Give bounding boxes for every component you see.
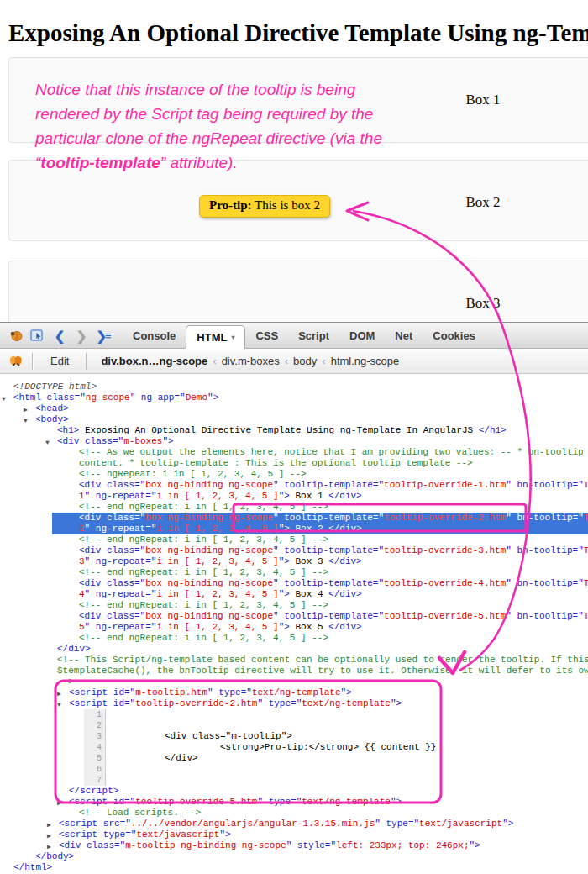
source-segment: This is box [584, 480, 588, 490]
template-code: <strong>Pro-tip:</strong> {{ content }} [109, 742, 436, 752]
source-row[interactable]: 1 [0, 709, 588, 720]
source-row[interactable]: ▶<script id="tooltip-override-5.htm" typ… [0, 797, 588, 808]
tab-net[interactable]: Net [385, 323, 423, 348]
source-row[interactable]: 3 <div class="m-tooltip"> [0, 731, 588, 742]
source-row[interactable]: 2" ng-repeat="i in [ 1, 2, 3, 4, 5 ]"> B… [52, 524, 588, 534]
source-row[interactable]: <div class="box ng-binding ng-scope" too… [0, 578, 588, 589]
source-row[interactable]: 6 [0, 764, 588, 775]
source-segment: <!-- This Script/ng-template based conte… [57, 655, 588, 665]
source-segment: <!-- ngRepeat: i in [ 1, 2, 3, 4, 5 ] --… [79, 469, 307, 479]
source-row[interactable]: ▶<div class="m-tooltip ng-binding ng-sco… [0, 840, 588, 851]
source-row[interactable]: <!-- end ngRepeat: i in [ 1, 2, 3, 4, 5 … [0, 633, 588, 644]
tab-html[interactable]: HTML▾ [186, 325, 245, 349]
expander-open-icon[interactable]: ▼ [45, 437, 50, 447]
source-row[interactable]: <!-- end ngRepeat: i in [ 1, 2, 3, 4, 5 … [0, 600, 588, 611]
tab-script[interactable]: Script [288, 323, 339, 348]
source-row[interactable]: <!-- As we output the elements here, not… [0, 447, 588, 458]
tab-strip: ConsoleHTML▾CSSScriptDOMNetCookies [123, 323, 486, 348]
panel-toggle-icon[interactable] [6, 351, 26, 371]
source-segment: <script id=" [69, 698, 135, 708]
source-row[interactable]: <!-- This Script/ng-template based conte… [0, 655, 588, 666]
source-segment: <script src=" [59, 819, 131, 829]
source-row[interactable]: <h1> Exposing An Optional Directive Temp… [0, 425, 588, 436]
source-segment: <!-- end ngRepeat: i in [ 1, 2, 3, 4, 5 … [79, 534, 328, 545]
line-number: 5 [84, 753, 106, 764]
edit-button[interactable]: Edit [39, 355, 81, 367]
command-line-icon[interactable]: ❯ ≡ [93, 325, 113, 345]
source-row[interactable]: <div class="box ng-binding ng-scope" too… [0, 480, 588, 491]
source-row[interactable]: <!-- end ngRepeat: i in [ 1, 2, 3, 4, 5 … [0, 567, 588, 578]
source-row[interactable]: <div class="box ng-binding ng-scope" too… [0, 545, 588, 556]
forward-icon[interactable]: ❯ [71, 325, 92, 345]
tab-cookies[interactable]: Cookies [423, 323, 486, 348]
source-row[interactable]: <!DOCTYPE html> [0, 382, 588, 392]
source-row[interactable]: ▼<html class="ng-scope" ng-app="Demo"> [0, 392, 588, 403]
back-icon[interactable]: ❮ [50, 325, 70, 345]
source-segment: Box 5 [290, 622, 328, 632]
expander-open-icon[interactable]: ▼ [57, 699, 61, 709]
tab-options-caret-icon[interactable]: ▾ [231, 334, 234, 341]
source-row[interactable]: </html> [0, 862, 588, 873]
expander-closed-icon[interactable]: ▶ [47, 830, 51, 840]
expander-closed-icon[interactable]: ▶ [57, 688, 61, 698]
source-row[interactable]: 7 [0, 775, 588, 786]
expander-open-icon[interactable]: ▼ [24, 415, 28, 425]
expander-closed-icon[interactable]: ▶ [47, 819, 51, 829]
source-segment: " ng-repeat=" [85, 556, 157, 566]
breadcrumb-item[interactable]: div.m-boxes [217, 355, 285, 367]
source-row[interactable]: content. * tooltip-template : This is th… [0, 458, 588, 469]
source-row[interactable]: 1" ng-repeat="i in [ 1, 2, 3, 4, 5 ]"> B… [0, 491, 588, 502]
breadcrumb-item[interactable]: html.ng-scope [326, 355, 405, 367]
source-segment: " tooltip-template=" [273, 611, 384, 621]
expander-closed-icon[interactable]: ▶ [57, 798, 61, 808]
source-segment: </html> [13, 862, 52, 872]
source-segment: 1 [79, 491, 85, 501]
tab-dom[interactable]: DOM [339, 323, 385, 348]
breadcrumb-item[interactable]: body [288, 355, 322, 367]
expander-closed-icon[interactable]: ▶ [47, 841, 51, 851]
source-segment: This is box [584, 578, 588, 588]
source-row[interactable]: 4" ng-repeat="i in [ 1, 2, 3, 4, 5 ]"> B… [0, 589, 588, 600]
source-row[interactable]: </div> [0, 644, 588, 655]
source-row[interactable]: ▼<script id="tooltip-override-2.htm" typ… [0, 698, 588, 709]
source-segment: " ng-repeat=" [85, 524, 157, 534]
source-segment: " type=" [257, 698, 302, 708]
source-row[interactable]: 5 </div> [0, 753, 588, 764]
source-segment: <!-- end ngRepeat: i in [ 1, 2, 3, 4, 5 … [79, 633, 328, 643]
breadcrumb-item[interactable]: div.box.n…ng-scope [92, 355, 213, 367]
source-row[interactable]: $templateCache(), the bnTooltip directiv… [0, 666, 588, 677]
line-number: 4 [84, 742, 106, 753]
source-row[interactable]: <div class="box ng-binding ng-scope" too… [0, 611, 588, 622]
source-segment: "> [391, 698, 402, 708]
tab-console[interactable]: Console [123, 323, 186, 348]
tab-css[interactable]: CSS [245, 323, 288, 348]
source-row[interactable]: ▶<head> [0, 403, 588, 414]
source-row[interactable]: <!-- Load scripts. --> [0, 808, 588, 819]
source-row[interactable]: ▶<script src="../../vendor/angularjs/ang… [0, 819, 588, 829]
source-row[interactable]: ▼<body> [0, 414, 588, 425]
source-row[interactable]: <!-- end ngRepeat: i in [ 1, 2, 3, 4, 5 … [0, 534, 588, 545]
source-row[interactable]: ▶<script id="m-tooltip.htm" type="text/n… [0, 687, 588, 698]
source-row[interactable]: 5" ng-repeat="i in [ 1, 2, 3, 4, 5 ]"> B… [0, 622, 588, 633]
source-row[interactable]: --> [0, 677, 588, 687]
source-segment: " tooltip-template=" [273, 480, 384, 490]
expander-open-icon[interactable]: ▼ [2, 393, 6, 403]
source-row[interactable]: </body> [0, 851, 588, 862]
source-row[interactable]: 3" ng-repeat="i in [ 1, 2, 3, 4, 5 ]"> B… [0, 556, 588, 567]
source-row[interactable]: <!-- ngRepeat: i in [ 1, 2, 3, 4, 5 ] --… [0, 469, 588, 480]
source-row[interactable]: <div class="box ng-binding ng-scope" too… [52, 513, 588, 524]
source-row[interactable]: 2 [0, 720, 588, 731]
expander-closed-icon[interactable]: ▶ [24, 404, 28, 414]
source-row[interactable]: ▼<div class="m-boxes"> [0, 436, 588, 447]
inspect-icon[interactable] [28, 325, 48, 345]
source-segment: box ng-binding ng-scope [145, 480, 273, 490]
source-row[interactable]: ▶<script type="text/javascript"> [0, 829, 588, 840]
source-row[interactable]: 4 <strong>Pro-tip:</strong> {{ content }… [0, 742, 588, 753]
source-row[interactable]: </script> [0, 786, 588, 797]
firebug-icon[interactable] [6, 325, 26, 345]
source-row[interactable]: <!-- end ngRepeat: i in [ 1, 2, 3, 4, 5 … [0, 502, 588, 513]
source-segment: <script type=" [59, 829, 136, 840]
source-segment: <body> [35, 414, 69, 424]
line-number: 7 [84, 775, 106, 786]
breadcrumb: div.box.n…ng-scope‹div.m-boxes‹body‹html… [92, 355, 404, 367]
